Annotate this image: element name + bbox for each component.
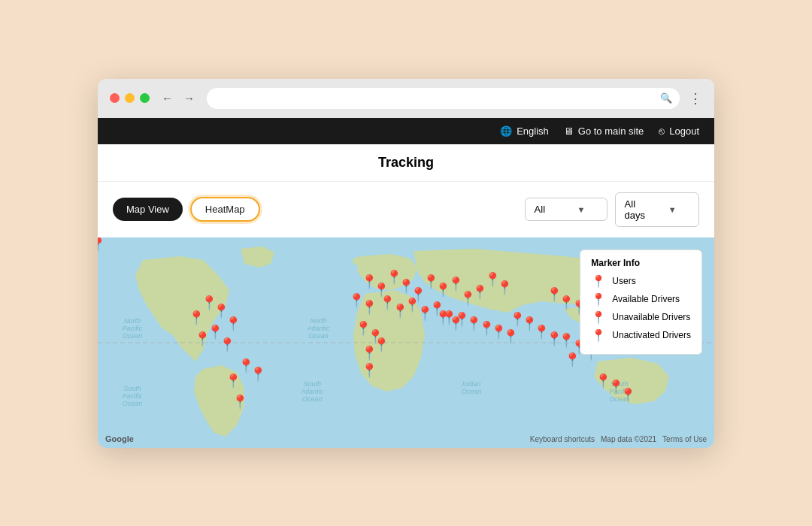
- forward-button[interactable]: →: [180, 90, 198, 106]
- app-navbar: 🌐 English 🖥 Go to main site ⎋ Logout: [98, 118, 714, 144]
- marker-info-unactivated: 📍 Unactivated Drivers: [591, 328, 691, 343]
- map-data-label: Map data ©2021: [601, 435, 656, 443]
- traffic-lights: [110, 93, 150, 103]
- marker-info-users: 📍 Users: [591, 274, 691, 289]
- filter-all-dropdown[interactable]: All ▼: [525, 198, 607, 221]
- heatmap-button[interactable]: HeatMap: [190, 197, 260, 222]
- logout-button[interactable]: ⎋ Logout: [659, 125, 699, 137]
- browser-window: ← → 🔍 ⋮ 🌐 English 🖥 Go to main site ⎋ Lo…: [98, 79, 714, 448]
- marker-info-unavail: 📍 Unavailable Drivers: [591, 310, 691, 325]
- marker-info-box: Marker Info 📍 Users 📍 Available Drivers …: [580, 249, 702, 355]
- back-button[interactable]: ←: [159, 90, 176, 106]
- filter-all-label: All: [535, 204, 555, 215]
- marker-info-avail: 📍 Available Drivers: [591, 292, 691, 307]
- marker-label-avail: Available Drivers: [612, 294, 680, 304]
- keyboard-shortcuts-link[interactable]: Keyboard shortcuts: [530, 435, 595, 443]
- nav-buttons: ← →: [159, 90, 198, 106]
- map-container[interactable]: North Pacific Ocean South Pacific Ocean …: [98, 237, 714, 448]
- language-label: English: [517, 125, 549, 137]
- google-logo: Google: [105, 434, 134, 443]
- chevron-down-icon: ▼: [577, 205, 598, 214]
- language-selector[interactable]: 🌐 English: [500, 125, 549, 137]
- address-bar[interactable]: 🔍: [207, 88, 680, 109]
- toolbar: Map View HeatMap All ▼ All days ▼: [98, 182, 714, 237]
- marker-label-users: Users: [612, 276, 635, 286]
- filter-days-dropdown[interactable]: All days ▼: [615, 192, 699, 227]
- map-view-button[interactable]: Map View: [113, 198, 183, 221]
- page-title: Tracking: [378, 155, 434, 170]
- search-icon: 🔍: [660, 92, 672, 104]
- page-title-bar: Tracking: [98, 144, 714, 182]
- main-site-label: Go to main site: [578, 125, 644, 137]
- globe-icon: 🌐: [500, 125, 512, 137]
- browser-chrome: ← → 🔍 ⋮: [98, 79, 714, 118]
- tl-yellow[interactable]: [125, 93, 135, 103]
- terms-link[interactable]: Terms of Use: [662, 435, 707, 443]
- main-site-link[interactable]: 🖥 Go to main site: [564, 125, 644, 137]
- tl-red[interactable]: [110, 93, 120, 103]
- filter-days-label: All days: [625, 198, 646, 221]
- logout-label: Logout: [669, 125, 699, 137]
- menu-dots[interactable]: ⋮: [689, 90, 702, 107]
- map-footer-links: Keyboard shortcuts Map data ©2021 Terms …: [530, 435, 707, 443]
- logout-icon: ⎋: [659, 125, 665, 137]
- monitor-icon: 🖥: [564, 125, 574, 137]
- marker-label-unavail: Unavailable Drivers: [612, 312, 690, 322]
- marker-label-unactivated: Unactivated Drivers: [612, 330, 691, 340]
- tl-green[interactable]: [140, 93, 150, 103]
- marker-info-title: Marker Info: [591, 258, 691, 268]
- chevron-down-icon-2: ▼: [668, 205, 689, 214]
